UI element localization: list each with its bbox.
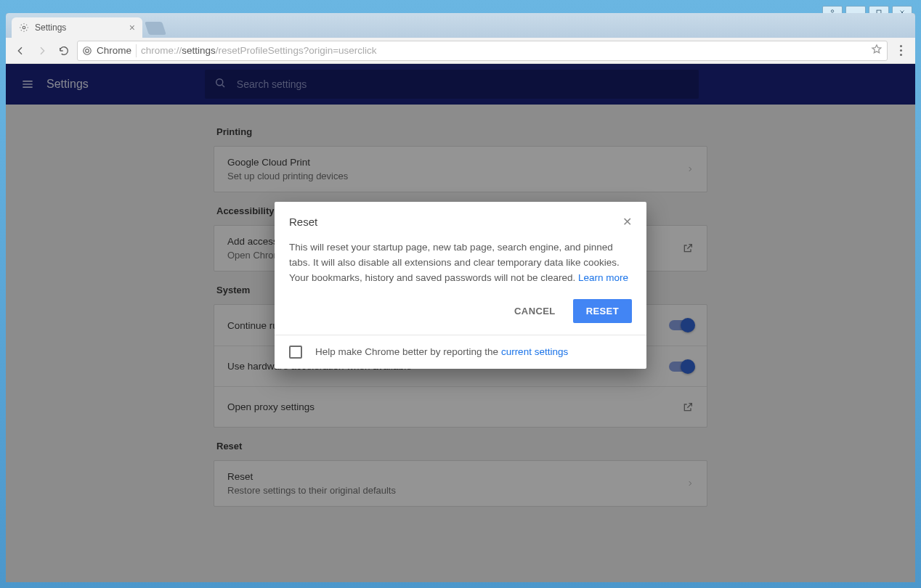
browser-menu-button[interactable]: [892, 42, 909, 60]
forward-button[interactable]: [33, 42, 51, 60]
address-bar[interactable]: Chrome chrome://settings/resetProfileSet…: [77, 41, 888, 61]
browser-window: Settings × Chrome chrome://settings/rese…: [6, 13, 915, 582]
report-checkbox[interactable]: [289, 346, 302, 359]
dialog-title: Reset: [289, 216, 317, 228]
reset-button[interactable]: RESET: [573, 299, 632, 323]
svg-point-3: [84, 46, 92, 54]
url-text: chrome://settings/resetProfileSettings?o…: [141, 45, 377, 56]
new-tab-button[interactable]: [145, 22, 166, 35]
learn-more-link[interactable]: Learn more: [578, 272, 628, 283]
tab-label: Settings: [35, 23, 66, 33]
dialog-body: This will reset your startup page, new t…: [275, 234, 646, 299]
gear-icon: [19, 23, 29, 33]
cancel-button[interactable]: CANCEL: [507, 299, 563, 323]
bookmark-star-icon[interactable]: [871, 44, 883, 57]
browser-toolbar: Chrome chrome://settings/resetProfileSet…: [6, 38, 915, 64]
current-settings-link[interactable]: current settings: [501, 346, 568, 357]
reset-dialog: Reset ✕ This will reset your startup pag…: [275, 202, 646, 369]
footer-text: Help make Chrome better by reporting the…: [315, 346, 568, 357]
site-chip-label: Chrome: [97, 45, 131, 56]
omnibox-separator: [136, 44, 137, 57]
svg-point-4: [86, 49, 89, 52]
back-button[interactable]: [12, 42, 29, 60]
svg-point-0: [831, 10, 833, 12]
window-frame: Settings × Chrome chrome://settings/rese…: [0, 0, 921, 588]
close-icon[interactable]: ✕: [622, 215, 632, 229]
reload-button[interactable]: [55, 42, 73, 60]
tab-settings[interactable]: Settings ×: [12, 17, 142, 38]
site-chip: Chrome: [82, 45, 131, 56]
tab-close-icon[interactable]: ×: [129, 23, 135, 33]
svg-point-2: [23, 26, 25, 29]
dialog-footer: Help make Chrome better by reporting the…: [275, 335, 646, 369]
dialog-text: This will reset your startup page, new t…: [289, 242, 620, 283]
tab-strip: Settings ×: [6, 13, 915, 38]
